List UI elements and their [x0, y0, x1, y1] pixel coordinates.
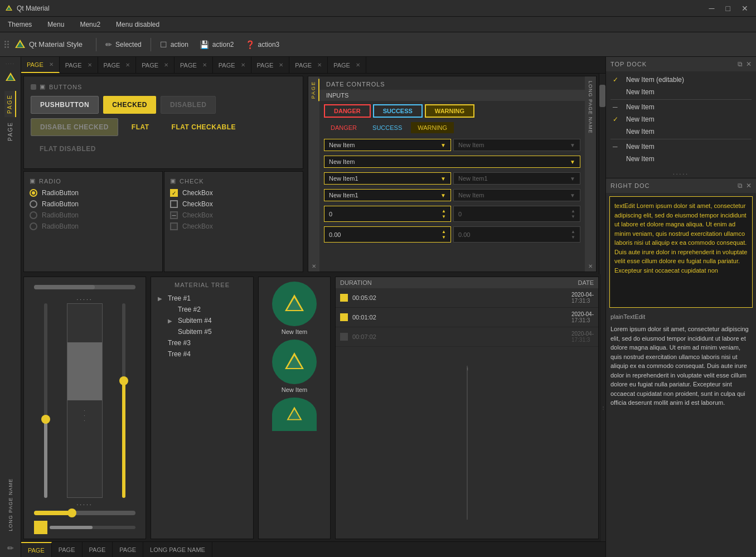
spinbox-2-down[interactable]: ▼ — [442, 235, 446, 240]
duration-row-1[interactable]: 00:05:02 2020-04- 17:31:3 — [336, 288, 598, 308]
tab-page-6[interactable]: PAGE ✕ — [213, 57, 251, 73]
doc-close-icon[interactable]: ✕ — [746, 182, 752, 190]
spinbox-2-up[interactable]: ▲ — [442, 229, 446, 235]
duration-check-1[interactable] — [340, 294, 348, 302]
tree-expand-1[interactable]: ▶ — [158, 296, 164, 302]
vslider-1-thumb[interactable] — [41, 415, 50, 424]
radio-item-1[interactable]: RadioButton — [30, 189, 157, 197]
tree-item-4[interactable]: Subitem #5 — [166, 326, 249, 337]
left-nav-edit-icon[interactable]: ✏ — [2, 544, 18, 553]
tree-item-1[interactable]: ▶ Tree #1 — [156, 293, 249, 304]
badge-success-1[interactable]: SUCCESS — [373, 104, 423, 118]
doc-float-icon[interactable]: ⧉ — [738, 182, 743, 190]
toolbar-action-action2[interactable]: 💾 action2 — [195, 38, 239, 51]
checkbox-1[interactable]: ✓ — [170, 189, 178, 197]
menu-themes[interactable]: Themes — [4, 18, 35, 31]
tab-page-1[interactable]: PAGE ✕ — [21, 57, 60, 73]
duration-check-2[interactable] — [340, 313, 348, 321]
list-item-1[interactable]: ✓ New Item (editable) — [606, 74, 756, 86]
radio-circle-1[interactable] — [30, 189, 37, 197]
date-vtab-close-bottom[interactable]: ✕ — [588, 263, 593, 269]
list-item-5[interactable]: New Item — [606, 125, 756, 138]
tab-close-9[interactable]: ✕ — [356, 62, 360, 68]
toolbar-action-action3[interactable]: ❓ action3 — [241, 38, 284, 51]
menu-menu[interactable]: Menu — [44, 18, 67, 31]
badge-danger-1[interactable]: DANGER — [324, 104, 371, 118]
tab-close-8[interactable]: ✕ — [317, 62, 322, 68]
tree-item-3[interactable]: ▶ Subitem #4 — [166, 315, 249, 326]
tab-page-8[interactable]: PAGE ✕ — [289, 57, 328, 73]
maximize-button[interactable]: □ — [723, 3, 734, 14]
top-scrollbar[interactable] — [599, 74, 605, 274]
list-item-2[interactable]: New Item — [606, 86, 756, 98]
pushbutton[interactable]: PUSHBUTTON — [31, 96, 99, 114]
tab-page-4[interactable]: PAGE ✕ — [136, 57, 175, 73]
menu-menu2[interactable]: Menu2 — [76, 18, 104, 31]
vslider-2-thumb[interactable] — [119, 376, 128, 385]
date-vtab-page-label[interactable]: PAGE — [308, 79, 319, 101]
icon-card-3[interactable] — [272, 398, 317, 431]
tab-close-3[interactable]: ✕ — [125, 62, 130, 68]
text-edit-content[interactable]: textEdit Lorem ipsum dolor sit amet, con… — [614, 202, 747, 274]
hslider-track-2[interactable] — [34, 511, 135, 515]
tab-close-2[interactable]: ✕ — [88, 62, 92, 68]
date-vtab-long-label[interactable]: LONG PAGE NAME — [585, 79, 595, 136]
tab-close-7[interactable]: ✕ — [279, 62, 283, 68]
vslider-2-track[interactable] — [122, 303, 125, 498]
combo-2[interactable]: New Item ▼ — [324, 156, 580, 168]
resize-handle-h[interactable]: ⋮ — [601, 274, 605, 541]
bottom-tab-page-2[interactable]: PAGE — [52, 542, 83, 557]
tree-item-6[interactable]: Tree #4 — [156, 348, 249, 360]
resize-handle-v[interactable]: ↕ — [467, 366, 468, 519]
checked-button[interactable]: CHECKED — [103, 96, 156, 114]
tab-page-2[interactable]: PAGE ✕ — [60, 57, 98, 73]
tab-close-1[interactable]: ✕ — [49, 61, 54, 67]
icon-card-2[interactable] — [272, 340, 317, 384]
check-item-2[interactable]: CheckBox — [170, 200, 297, 208]
radio-item-2[interactable]: RadioButton — [30, 200, 157, 208]
bottom-tab-long[interactable]: LONG PAGE NAME — [143, 542, 212, 557]
tree-expand-3[interactable]: ▶ — [168, 318, 175, 324]
hslider-track-1[interactable] — [34, 285, 135, 289]
tab-page-7[interactable]: PAGE ✕ — [251, 57, 290, 73]
bottom-tab-page-3[interactable]: PAGE — [83, 542, 113, 557]
toolbar-action-selected[interactable]: ✏ Selected — [101, 38, 146, 51]
tree-item-5[interactable]: Tree #3 — [156, 337, 249, 348]
vslider-1-track[interactable] — [44, 303, 47, 498]
spinbox-1-up[interactable]: ▲ — [442, 209, 446, 214]
tab-page-3[interactable]: PAGE ✕ — [98, 57, 137, 73]
radio-circle-2[interactable] — [30, 200, 37, 208]
spinbox-1-down[interactable]: ▼ — [442, 214, 446, 220]
toolbar-action-action[interactable]: ☐ action — [156, 38, 193, 51]
dock-close-icon[interactable]: ✕ — [746, 60, 752, 68]
left-vtab-long[interactable]: LONG PAGE NAME — [6, 475, 16, 535]
spinbox-2-btns[interactable]: ▲ ▼ — [442, 229, 446, 240]
tab-close-4[interactable]: ✕ — [164, 62, 168, 68]
bottom-tab-page-1[interactable]: PAGE — [21, 542, 52, 557]
date-vtab-close-top[interactable]: ✕ — [312, 263, 316, 269]
tab-close-6[interactable]: ✕ — [241, 62, 245, 68]
spinbox-1[interactable]: 0 ▲ ▼ — [324, 206, 451, 222]
left-vtab-page-1[interactable]: PAGE — [4, 91, 16, 117]
minimize-button[interactable]: ─ — [706, 3, 718, 14]
tab-page-9[interactable]: PAGE ✕ — [328, 57, 366, 73]
close-button[interactable]: ✕ — [738, 3, 752, 14]
combo-3[interactable]: New Item1 ▼ — [324, 172, 451, 185]
combo-4[interactable]: New Item1 ▼ — [324, 189, 451, 201]
top-scrollbar-thumb[interactable] — [599, 85, 605, 107]
flat-button[interactable]: FLAT — [123, 118, 158, 136]
flat-checkable-button[interactable]: FLAT CHECKABLE — [163, 118, 245, 136]
dock-float-icon[interactable]: ⧉ — [738, 60, 743, 68]
tree-item-2[interactable]: Tree #2 — [166, 304, 249, 315]
tab-page-5[interactable]: PAGE ✕ — [175, 57, 213, 73]
vscroll-1-thumb[interactable] — [67, 342, 101, 400]
spinbox-1-btns[interactable]: ▲ ▼ — [442, 209, 446, 219]
list-item-7[interactable]: New Item — [606, 153, 756, 165]
color-hslider[interactable] — [50, 526, 135, 529]
plain-text-area[interactable]: Lorem ipsum dolor sit amet, consectetur … — [606, 322, 756, 410]
bottom-tab-page-4[interactable]: PAGE — [113, 542, 143, 557]
list-item-6[interactable]: ─ New Item — [606, 141, 756, 153]
left-vtab-page-2[interactable]: PAGE — [5, 118, 16, 144]
icon-card-1[interactable] — [272, 282, 317, 326]
text-edit-area[interactable]: textEdit Lorem ipsum dolor sit amet, con… — [609, 196, 753, 308]
